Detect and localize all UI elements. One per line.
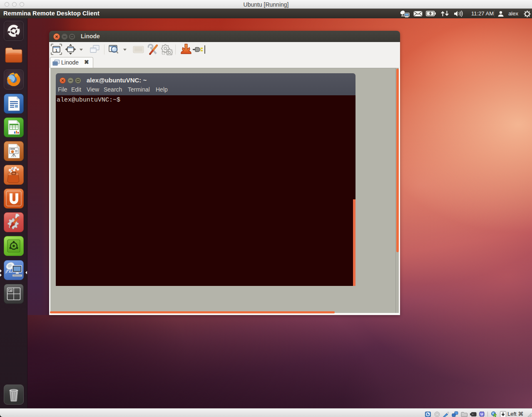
svg-text:1: 1	[55, 48, 57, 52]
